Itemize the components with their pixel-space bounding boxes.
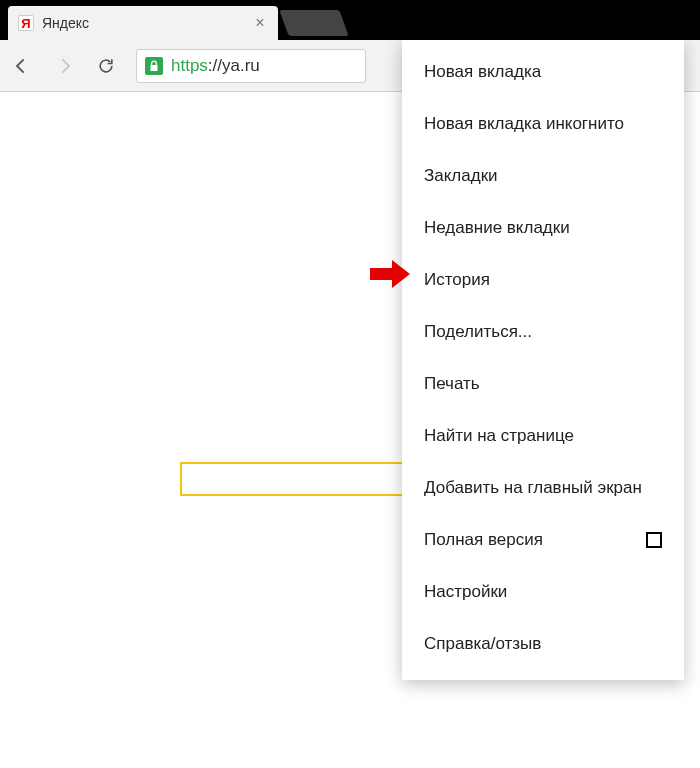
close-tab-icon[interactable]: × — [252, 14, 268, 32]
arrow-left-icon — [12, 56, 32, 76]
checkbox-icon[interactable] — [646, 532, 662, 548]
menu-item-10[interactable]: Настройки — [402, 566, 684, 618]
reload-button[interactable] — [94, 54, 118, 78]
menu-item-label: Найти на странице — [424, 426, 574, 446]
menu-item-2[interactable]: Закладки — [402, 150, 684, 202]
menu-item-label: Поделиться... — [424, 322, 532, 342]
menu-item-11[interactable]: Справка/отзыв — [402, 618, 684, 670]
menu-item-9[interactable]: Полная версия — [402, 514, 684, 566]
menu-item-label: Полная версия — [424, 530, 543, 550]
titlebar: Я Яндекс × — [0, 0, 700, 40]
browser-tab[interactable]: Я Яндекс × — [8, 6, 278, 40]
menu-item-label: Настройки — [424, 582, 507, 602]
menu-item-8[interactable]: Добавить на главный экран — [402, 462, 684, 514]
menu-item-label: Справка/отзыв — [424, 634, 541, 654]
menu-item-4[interactable]: История — [402, 254, 684, 306]
highlight-arrow-icon — [370, 260, 410, 292]
menu-item-3[interactable]: Недавние вкладки — [402, 202, 684, 254]
browser-menu: Новая вкладкаНовая вкладка инкогнитоЗакл… — [402, 40, 684, 680]
favicon-icon: Я — [18, 15, 34, 31]
menu-item-label: Добавить на главный экран — [424, 478, 642, 498]
forward-button — [52, 54, 76, 78]
reload-icon — [96, 56, 116, 76]
menu-item-label: Новая вкладка — [424, 62, 541, 82]
address-bar[interactable]: https://ya.ru — [136, 49, 366, 83]
menu-item-label: Закладки — [424, 166, 498, 186]
back-button[interactable] — [10, 54, 34, 78]
menu-item-7[interactable]: Найти на странице — [402, 410, 684, 462]
menu-item-1[interactable]: Новая вкладка инкогнито — [402, 98, 684, 150]
menu-item-label: История — [424, 270, 490, 290]
menu-item-6[interactable]: Печать — [402, 358, 684, 410]
lock-icon — [145, 57, 163, 75]
arrow-right-icon — [54, 56, 74, 76]
menu-item-0[interactable]: Новая вкладка — [402, 46, 684, 98]
menu-item-label: Новая вкладка инкогнито — [424, 114, 624, 134]
menu-item-5[interactable]: Поделиться... — [402, 306, 684, 358]
url-text: https://ya.ru — [171, 56, 260, 76]
menu-item-label: Печать — [424, 374, 480, 394]
tab-title: Яндекс — [42, 15, 252, 31]
menu-item-label: Недавние вкладки — [424, 218, 570, 238]
new-tab-button[interactable] — [279, 10, 348, 36]
